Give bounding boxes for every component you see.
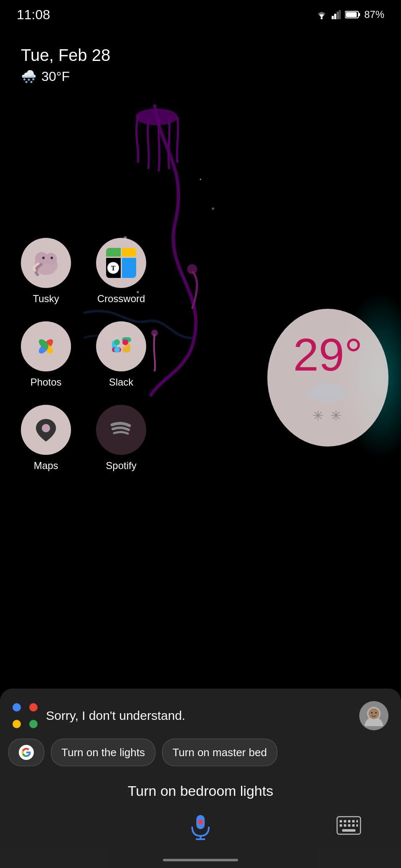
assistant-message: Sorry, I don't understand. — [46, 709, 351, 723]
svg-rect-8 — [332, 16, 334, 19]
app-item-tusky[interactable]: Tusky — [13, 234, 79, 317]
svg-rect-14 — [346, 12, 357, 17]
tusky-label: Tusky — [33, 293, 59, 305]
weather-row: 🌨️ 30°F — [21, 69, 110, 84]
input-controls — [13, 807, 388, 845]
svg-point-0 — [136, 108, 178, 125]
signal-icon — [332, 10, 341, 19]
svg-rect-9 — [334, 14, 336, 19]
svg-rect-56 — [352, 824, 355, 827]
dot-green — [29, 720, 38, 728]
svg-point-19 — [51, 257, 53, 259]
svg-point-18 — [42, 257, 45, 259]
photos-icon — [21, 321, 71, 371]
google-g-icon — [19, 745, 34, 760]
photos-label: Photos — [30, 376, 62, 388]
app-grid: Tusky T Cros — [13, 234, 155, 484]
svg-point-41 — [371, 712, 373, 714]
mic-button[interactable] — [182, 807, 219, 845]
svg-rect-13 — [358, 13, 360, 16]
weather-widget: 29° ✳ ✳ — [267, 309, 388, 447]
chip-lights[interactable]: Turn on the lights — [51, 739, 155, 766]
date-text: Tue, Feb 28 — [21, 46, 110, 65]
svg-point-7 — [320, 18, 322, 20]
input-query: Turn on bedroom lights — [128, 783, 273, 799]
app-item-crossword[interactable]: T Crossword — [88, 234, 155, 317]
slack-label: Slack — [109, 376, 134, 388]
bottom-nav-indicator — [163, 859, 238, 861]
battery-percent: 87% — [364, 9, 384, 20]
app-item-spotify[interactable]: Spotify — [88, 401, 155, 484]
maps-icon — [21, 405, 71, 455]
svg-rect-57 — [356, 824, 358, 827]
assistant-avatar — [359, 701, 388, 730]
input-area: Turn on bedroom lights — [0, 779, 401, 853]
svg-rect-53 — [340, 824, 342, 827]
maps-label: Maps — [34, 460, 58, 472]
crossword-label: Crossword — [97, 293, 145, 305]
weather-cloud-icon — [303, 381, 353, 406]
app-item-photos[interactable]: Photos — [13, 317, 79, 401]
svg-rect-50 — [348, 820, 350, 823]
svg-rect-58 — [342, 829, 355, 832]
svg-rect-51 — [352, 820, 355, 823]
dot-yellow — [13, 720, 21, 728]
suggestion-chips: Turn on the lights Turn on master bed — [0, 739, 401, 766]
assistant-overlay: Sorry, I don't understand. — [0, 689, 401, 868]
svg-rect-54 — [344, 824, 346, 827]
date-weather: Tue, Feb 28 🌨️ 30°F — [21, 46, 110, 84]
svg-point-34 — [42, 424, 50, 432]
app-item-maps[interactable]: Maps — [13, 401, 79, 484]
spotify-label: Spotify — [106, 460, 136, 472]
status-icons: 87% — [316, 9, 384, 20]
svg-point-31 — [114, 339, 120, 345]
svg-point-37 — [326, 383, 343, 396]
crossword-icon: T — [96, 238, 146, 288]
wifi-icon — [316, 10, 327, 19]
svg-point-4 — [200, 179, 201, 180]
svg-point-32 — [122, 347, 128, 353]
slack-icon — [96, 321, 146, 371]
svg-point-1 — [187, 264, 197, 274]
assistant-top-row: Sorry, I don't understand. — [0, 689, 401, 739]
keyboard-button[interactable] — [334, 812, 363, 841]
svg-text:T: T — [111, 265, 116, 272]
dot-red — [29, 703, 38, 712]
chip-masterbed[interactable]: Turn on master bed — [162, 739, 277, 766]
tusky-icon — [21, 238, 71, 288]
weather-big-temp: 29° — [293, 332, 363, 378]
svg-rect-11 — [339, 10, 341, 19]
spotify-icon — [96, 405, 146, 455]
svg-rect-10 — [337, 12, 339, 19]
svg-rect-55 — [348, 824, 350, 827]
battery-icon — [345, 10, 360, 19]
svg-point-3 — [212, 207, 214, 210]
status-time: 11:08 — [17, 7, 50, 23]
chip-lights-text: Turn on the lights — [61, 746, 145, 759]
svg-point-42 — [375, 712, 377, 714]
svg-point-40 — [368, 708, 379, 719]
status-bar: 11:08 87% — [0, 0, 401, 29]
weather-temp-small: 30°F — [41, 69, 70, 84]
weather-snow-text: ✳ ✳ — [312, 408, 344, 424]
svg-point-46 — [198, 820, 203, 825]
svg-point-33 — [122, 339, 128, 345]
svg-rect-49 — [344, 820, 346, 823]
chip-google[interactable] — [8, 739, 44, 766]
svg-rect-52 — [356, 820, 358, 823]
app-item-slack[interactable]: Slack — [88, 317, 155, 401]
svg-rect-48 — [340, 820, 342, 823]
svg-point-30 — [114, 347, 120, 353]
dot-blue — [13, 703, 21, 712]
google-assistant-dots — [13, 703, 38, 728]
chip-masterbed-text: Turn on master bed — [173, 746, 267, 759]
weather-icon-small: 🌨️ — [21, 69, 36, 84]
